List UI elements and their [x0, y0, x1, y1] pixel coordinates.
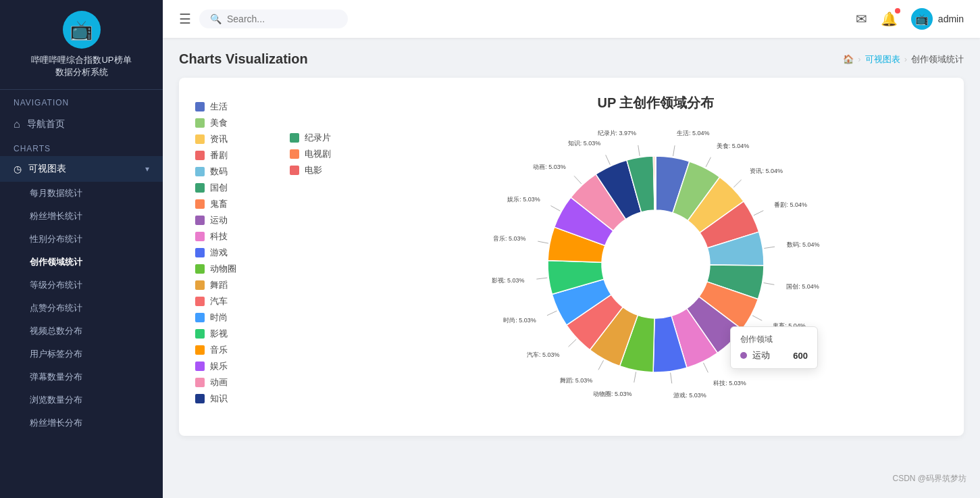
submenu-item-monthly[interactable]: 每月数据统计 [0, 182, 163, 205]
submenu-item-fans-dist[interactable]: 粉丝增长分布 [0, 412, 163, 434]
legend-item-niconico: 纪录片 [290, 132, 351, 144]
svg-text:音乐: 5.03%: 音乐: 5.03% [493, 235, 526, 242]
page-title: Charts Visualization [179, 51, 308, 67]
svg-line-10 [764, 283, 775, 285]
main-content: ☰ 🔍 ✉ 🔔 📺 admin Charts Visualization 🏠 › [163, 0, 980, 498]
submenu-item-gender[interactable]: 性别分布统计 [0, 228, 163, 251]
legend-item-16: 娱乐 [195, 360, 276, 372]
svg-text:美食: 5.04%: 美食: 5.04% [717, 143, 750, 149]
submenu-item-videos[interactable]: 视频总数分布 [0, 320, 163, 343]
sidebar-logo: 📺 哔哩哔哩综合指数UP榜单 数据分析系统 [0, 0, 163, 90]
legend-color-18 [195, 394, 205, 403]
legend-item-3: 番剧 [195, 149, 276, 161]
legend-item-5: 国创 [195, 182, 276, 194]
svg-line-0 [673, 145, 675, 156]
svg-text:影视: 5.03%: 影视: 5.03% [492, 277, 525, 284]
legend-color-6 [195, 199, 205, 209]
legend-color-12 [195, 297, 205, 306]
header: ☰ 🔍 ✉ 🔔 📺 admin [163, 0, 980, 38]
mail-icon[interactable]: ✉ [856, 11, 867, 27]
charts-parent-label: 可视图表 [28, 163, 66, 175]
notification-badge [895, 8, 900, 14]
legend-color-9 [195, 248, 205, 257]
donut-chart[interactable]: 生活: 5.04%美食: 5.04%资讯: 5.04%番剧: 5.04%数码: … [487, 119, 825, 409]
home-icon: ⌂ [14, 118, 20, 130]
legend-color-3 [195, 151, 205, 160]
admin-area[interactable]: 📺 admin [911, 8, 964, 30]
svg-text:资讯: 5.04%: 资讯: 5.04% [750, 168, 783, 174]
breadcrumb-home-icon[interactable]: 🏠 [843, 54, 854, 64]
legend-color-4 [195, 167, 205, 176]
legend-item-2: 资讯 [195, 133, 276, 145]
legend-item-17: 动画 [195, 376, 276, 389]
donut-segment-21[interactable] [654, 156, 656, 210]
tooltip-dot [740, 352, 747, 359]
legend-area-2: 纪录片 电视剧 电影 [290, 94, 351, 420]
notification-icon[interactable]: 🔔 [881, 11, 898, 27]
svg-line-22 [598, 360, 604, 370]
tooltip-header: 创作领域 [740, 334, 808, 345]
legend-color-8 [195, 232, 205, 241]
submenu-item-tags[interactable]: 用户标签分布 [0, 343, 163, 366]
breadcrumb-current: 创作领域统计 [911, 53, 964, 66]
legend-item-10: 动物圈 [195, 263, 276, 275]
submenu-item-likes[interactable]: 点赞分布统计 [0, 297, 163, 320]
legend-item-8: 科技 [195, 230, 276, 243]
svg-text:番剧: 5.04%: 番剧: 5.04% [774, 201, 807, 208]
svg-line-2 [706, 157, 711, 167]
legend-color-11 [195, 280, 205, 290]
svg-line-26 [547, 311, 557, 316]
svg-text:舞蹈: 5.03%: 舞蹈: 5.03% [560, 377, 593, 384]
svg-line-34 [574, 176, 582, 184]
submenu-item-danmu[interactable]: 弹幕数量分布 [0, 366, 163, 389]
svg-line-30 [538, 241, 548, 243]
svg-text:数码: 5.04%: 数码: 5.04% [787, 241, 820, 248]
legend-color-14 [195, 329, 205, 339]
sidebar-charts-parent[interactable]: ◷ 可视图表 ▾ [0, 156, 163, 182]
chart-area: UP 主创作领域分布 生活: 5.04%美食: 5.04%资讯: 5.04%番剧… [364, 94, 948, 420]
legend-color-10 [195, 264, 205, 274]
app-logo-icon: 📺 [63, 11, 101, 49]
svg-line-12 [752, 316, 762, 320]
svg-text:娱乐: 5.03%: 娱乐: 5.03% [507, 196, 540, 203]
svg-text:生活: 5.04%: 生活: 5.04% [677, 130, 710, 136]
chart-title: UP 主创作领域分布 [598, 94, 715, 112]
legend-item-6: 鬼畜 [195, 198, 276, 210]
menu-toggle-button[interactable]: ☰ [179, 11, 191, 27]
legend-color-1 [195, 118, 205, 128]
svg-text:知识: 5.03%: 知识: 5.03% [568, 140, 601, 147]
legend-color-movie [290, 166, 299, 175]
sidebar-item-home[interactable]: ⌂ 导航首页 [0, 111, 163, 137]
legend-item-1: 美食 [195, 117, 276, 129]
breadcrumb: 🏠 › 可视图表 › 创作领域统计 [843, 53, 964, 66]
breadcrumb-link[interactable]: 可视图表 [865, 53, 900, 66]
submenu-item-creation[interactable]: 创作领域统计 [0, 251, 163, 274]
legend-item-14: 影视 [195, 328, 276, 340]
sidebar: 📺 哔哩哔哩综合指数UP榜单 数据分析系统 Navigation ⌂ 导航首页 … [0, 0, 163, 498]
legend-color-16 [195, 362, 205, 371]
legend-item-4: 数码 [195, 166, 276, 178]
legend-item-0: 生活 [195, 101, 276, 113]
nav-section-label: Navigation [0, 90, 163, 111]
svg-text:科技: 5.03%: 科技: 5.03% [713, 380, 746, 387]
submenu-item-views[interactable]: 浏览数量分布 [0, 389, 163, 412]
svg-line-8 [764, 247, 775, 248]
submenu-item-fans-growth[interactable]: 粉丝增长统计 [0, 205, 163, 228]
legend-item-11: 舞蹈 [195, 279, 276, 291]
svg-line-18 [671, 373, 672, 384]
submenu-item-level[interactable]: 等级分布统计 [0, 274, 163, 297]
search-box[interactable]: 🔍 [199, 9, 348, 28]
svg-line-16 [703, 363, 708, 372]
legend-color-15 [195, 345, 205, 355]
search-input[interactable] [227, 14, 335, 24]
sidebar-home-label: 导航首页 [27, 118, 65, 130]
svg-text:时尚: 5.03%: 时尚: 5.03% [503, 317, 536, 324]
svg-text:国创: 5.04%: 国创: 5.04% [786, 283, 819, 290]
svg-text:纪录片: 3.97%: 纪录片: 3.97% [598, 130, 637, 136]
svg-line-6 [754, 211, 763, 216]
legend-color-0 [195, 102, 205, 111]
legend-color-17 [195, 378, 205, 387]
legend-item-12: 汽车 [195, 295, 276, 307]
chevron-down-icon: ▾ [145, 164, 149, 174]
svg-text:动物圈: 5.03%: 动物圈: 5.03% [593, 391, 632, 397]
